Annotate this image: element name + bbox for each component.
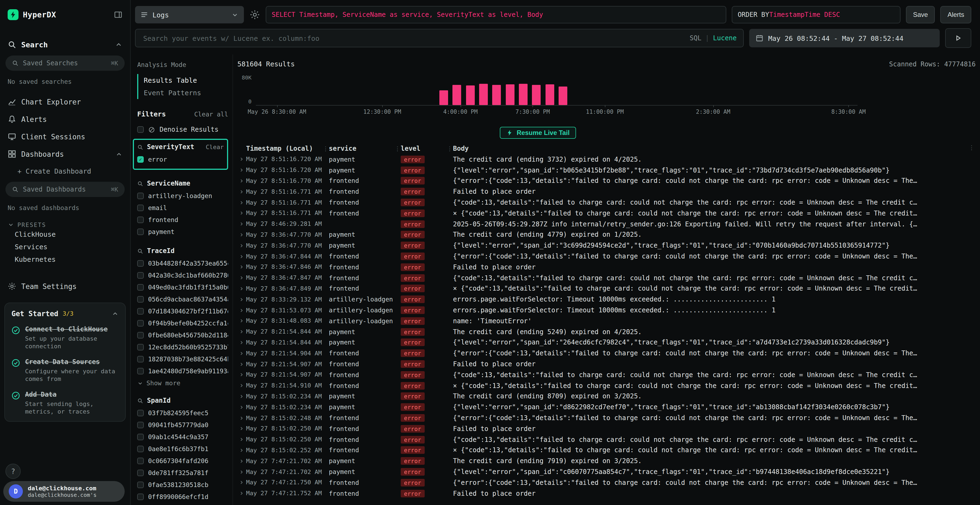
chevron-right-icon[interactable] (239, 394, 244, 399)
histogram-bar[interactable] (492, 85, 501, 105)
checkbox[interactable] (137, 494, 144, 500)
checkbox[interactable] (137, 410, 144, 416)
filter-option[interactable]: 0ff8990066efcf1d (137, 491, 228, 502)
resume-live-tail-button[interactable]: Resume Live Tail (500, 127, 576, 139)
table-row[interactable]: May 27 8:21:54.910 AM frontend error × {… (237, 380, 976, 391)
checkbox[interactable] (137, 126, 144, 133)
saved-dashboards-input[interactable]: Saved Dashboards ⌘K (5, 182, 125, 197)
checkbox[interactable] (137, 332, 144, 338)
filter-option[interactable]: 0c0667304fafd206 (137, 456, 228, 466)
chevron-right-icon[interactable] (239, 383, 244, 388)
filter-option[interactable]: error (137, 154, 224, 165)
filter-option[interactable]: 12ec8dd52b60b9525733b7e… (137, 342, 228, 353)
filter-option[interactable]: 1ae42480d758e9ab91193a1… (137, 366, 228, 376)
checkbox[interactable] (137, 272, 144, 279)
filter-option[interactable]: 0fbe680eb456750b2d1184c… (137, 330, 228, 341)
sidebar-item-dashboards[interactable]: Dashboards (0, 145, 130, 163)
get-started-header[interactable]: Get Started 3/3 (11, 310, 119, 318)
filter-option[interactable]: 042a30c3dc1baf660b27863… (137, 270, 228, 281)
chevron-right-icon[interactable] (239, 168, 244, 173)
table-row[interactable]: May 27 8:21:54.844 AM payment error The … (237, 327, 976, 337)
search-input[interactable] (142, 33, 690, 43)
chevron-right-icon[interactable] (239, 286, 244, 291)
chevron-up-icon[interactable] (111, 310, 119, 317)
filter-option[interactable]: 09041fb457779da0 (137, 419, 228, 430)
filter-option[interactable]: 03f7b824595feec5 (137, 408, 228, 418)
chevron-right-icon[interactable] (239, 200, 244, 205)
checkbox[interactable] (137, 284, 144, 291)
table-row[interactable]: May 27 8:21:54.907 AM frontend error {"c… (237, 370, 976, 380)
filter-option[interactable]: 0ae8e1f6c6b37fb1 (137, 443, 228, 454)
checkbox[interactable] (137, 422, 144, 428)
show-more-button[interactable]: Show more (137, 379, 228, 387)
checkbox[interactable] (137, 458, 144, 464)
histogram-bar[interactable] (479, 84, 488, 105)
checkbox[interactable] (137, 344, 144, 351)
chevron-up-icon[interactable] (115, 41, 123, 48)
checkbox[interactable] (137, 446, 144, 452)
filter-option[interactable]: 0fae5381230518cb (137, 480, 228, 490)
chevron-right-icon[interactable] (239, 426, 244, 431)
table-row[interactable]: May 27 8:36:47.847 AM frontend error {"c… (237, 273, 976, 284)
filter-option[interactable]: 18287038b73e882425c64b8… (137, 354, 228, 365)
chevron-right-icon[interactable] (239, 189, 244, 194)
chevron-right-icon[interactable] (239, 416, 244, 420)
checkbox[interactable] (137, 368, 144, 375)
column-separator[interactable]: ⋮ (322, 145, 329, 152)
get-started-item[interactable]: Connect to ClickHouse Set up your databa… (11, 326, 119, 351)
table-row[interactable]: May 27 8:15:02.252 AM frontend error × {… (237, 445, 976, 456)
filter-option[interactable]: 0de781ff325a781f (137, 467, 228, 478)
checkbox[interactable] (137, 260, 144, 267)
date-range-picker[interactable]: May 26 08:52:44 - May 27 08:52:44 (749, 29, 940, 48)
select-clause-input[interactable]: SELECT Timestamp, ServiceName as service… (266, 6, 726, 24)
event-search-box[interactable]: SQL | Lucene (135, 29, 744, 48)
table-row[interactable]: May 27 8:51:16.771 AM frontend error × {… (237, 208, 976, 219)
denoise-results-option[interactable]: Denoise Results (137, 126, 228, 133)
table-row[interactable]: May 27 8:33:29.132 AM artillery-loadgen … (237, 294, 976, 305)
table-row[interactable]: May 27 8:51:16.771 AM frontend error Fai… (237, 186, 976, 197)
sidebar-item-team-settings[interactable]: Team Settings (8, 282, 123, 291)
sidebar-item-kubernetes[interactable]: Kubernetes (0, 253, 130, 265)
help-button[interactable]: ? (5, 464, 21, 479)
chevron-right-icon[interactable] (239, 469, 244, 474)
sidebar-item-client-sessions[interactable]: Client Sessions (0, 128, 130, 145)
sidebar-item-search[interactable]: Search (8, 40, 123, 49)
chevron-right-icon[interactable] (239, 254, 244, 259)
chevron-right-icon[interactable] (239, 373, 244, 377)
table-row[interactable]: May 27 8:36:47.844 AM frontend error {"e… (237, 251, 976, 262)
checkbox[interactable] (137, 296, 144, 303)
chevron-right-icon[interactable] (239, 340, 244, 345)
checkbox[interactable] (137, 205, 144, 211)
column-header-level[interactable]: level (401, 145, 447, 152)
table-row[interactable]: May 27 8:21:54.844 AM payment error {"le… (237, 337, 976, 348)
filter-option[interactable]: 049ed0ac3fdb1f3f15a0b0b… (137, 282, 228, 293)
chevron-right-icon[interactable] (239, 178, 244, 183)
get-started-item[interactable]: Create Data Sources Configure where your… (11, 358, 119, 383)
column-options-icon[interactable]: ⋮ (969, 144, 975, 151)
table-row[interactable]: May 27 8:15:02.234 AM payment error {"le… (237, 402, 976, 413)
chevron-right-icon[interactable] (239, 243, 244, 248)
run-query-button[interactable] (945, 28, 971, 48)
filter-option[interactable]: 07d184304627bf2f11b67dd… (137, 306, 228, 317)
checkbox[interactable] (137, 434, 144, 440)
sidebar-item-chart-explorer[interactable]: Chart Explorer (0, 93, 130, 110)
checkbox[interactable] (137, 229, 144, 235)
table-row[interactable]: May 27 7:47:21.702 AM payment error The … (237, 456, 976, 467)
presets-toggle[interactable]: PRESETS (8, 221, 123, 228)
checkbox[interactable] (137, 356, 144, 362)
checkbox[interactable] (137, 320, 144, 327)
histogram-plot[interactable] (256, 78, 858, 106)
user-menu[interactable]: D dale@clickhouse.com dale@clickhouse.co… (3, 481, 125, 502)
chevron-right-icon[interactable] (239, 459, 244, 464)
clear-all-button[interactable]: Clear all (194, 110, 228, 118)
column-header-body[interactable]: Body (453, 145, 976, 152)
table-row[interactable]: May 27 8:15:02.250 AM frontend error Fai… (237, 423, 976, 434)
histogram-bar[interactable] (466, 86, 474, 105)
filter-option[interactable]: 056cd9acbaac8637a4354a2… (137, 294, 228, 305)
chevron-right-icon[interactable] (239, 319, 244, 324)
get-started-item[interactable]: Add Data Start sending logs, metrics, or… (11, 391, 119, 416)
source-select[interactable]: Logs (135, 6, 244, 24)
chevron-right-icon[interactable] (239, 308, 244, 313)
table-row[interactable]: May 27 8:15:02.248 AM frontend error {"e… (237, 413, 976, 423)
chevron-right-icon[interactable] (239, 480, 244, 485)
